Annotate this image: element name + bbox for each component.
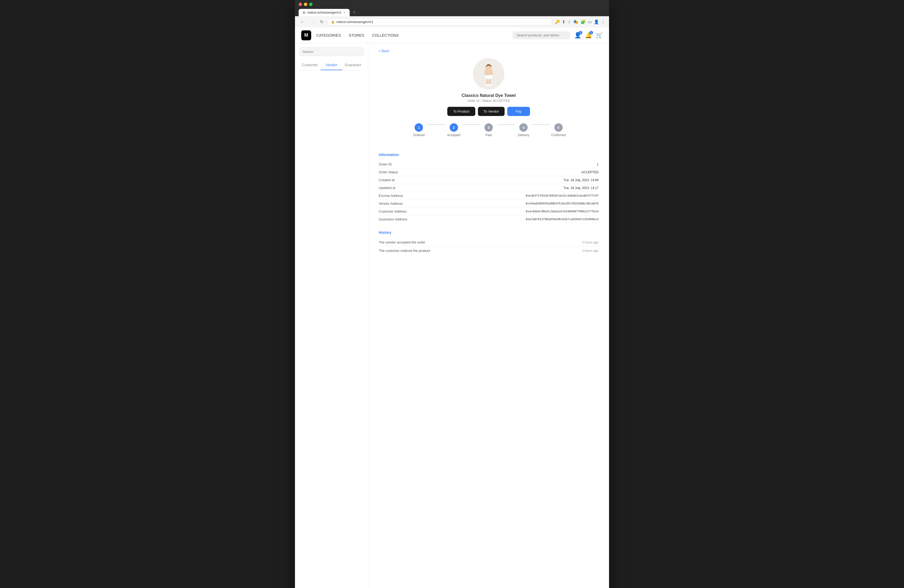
product-section: Classics Natural Dye Towel Order #1 / St… [379,58,599,146]
content-area: < Back [368,43,609,588]
step-label-5: Confirmed [551,133,566,137]
reload-button[interactable]: ↻ [319,18,325,25]
maximize-button[interactable] [309,3,313,6]
address-bar[interactable]: 🔒 melcor.io/messenger/v/1 [328,18,552,25]
step-paid: 3 Paid [480,123,498,137]
cart-icon[interactable]: 🛒 [596,32,603,39]
info-value-created-at: Tue, 18 July, 2023, 14:09 [564,178,599,182]
step-circle-4: 4 [519,123,528,132]
menu-icon[interactable]: ⋮ [601,19,605,24]
info-value-vendor: 0xfb4e0389935e0083f516e301f9553b8bc961a0… [526,202,599,205]
information-section-title: Information [379,153,599,157]
info-row-customer: Customer Address 0xac0db4c98a3c2ddaa16fe… [379,208,599,215]
product-image [473,58,504,90]
info-label-order-id: Order ID [379,162,392,166]
main-layout: Customer Vendor Guarantor Messenger read… [295,43,609,588]
nav-link-categories[interactable]: CATEGORIES [316,33,341,38]
action-buttons: To Product To Vendor Pay [447,107,530,116]
browser-toolbar: ← → ↻ 🔒 melcor.io/messenger/v/1 🔑 ⬆ ☆ 🎭 … [295,16,609,27]
svg-point-5 [488,84,492,86]
back-nav-button[interactable]: ← [299,19,306,25]
svg-rect-3 [489,79,491,85]
sidebar-tab-customer[interactable]: Customer [299,60,321,70]
nav-icons: 👤 2 🔔 1 🛒 [574,32,603,39]
info-row-escrow: Escrow Address 0xe36371f932bf6026fab15c4… [379,192,599,200]
new-tab-button[interactable]: + [351,9,358,16]
step-line-3 [497,124,515,125]
step-label-1: Ordered [413,133,425,137]
info-label-created-at: Created at [379,178,395,182]
share-icon[interactable]: ⬆ [562,19,565,24]
nav-link-stores[interactable]: STORES [349,33,364,38]
step-confirmed: 5 Confirmed [550,123,567,137]
step-delivery: 4 Delivery [515,123,533,137]
step-circle-5: 5 [554,123,563,132]
info-row-vendor: Vendor Address 0xfb4e0389935e0083f516e30… [379,200,599,208]
history-table: The vendor accepted the order 3 hours ag… [379,238,599,255]
forward-nav-button[interactable]: → [308,19,316,25]
app-nav: M CATEGORIES STORES COLLECTIONS 👤 2 🔔 1 … [295,27,609,43]
history-row-1: The vendor accepted the order 3 hours ag… [379,238,599,247]
info-row-order-id: Order ID 1 [379,160,599,168]
traffic-lights [299,3,313,6]
sidebar: Customer Vendor Guarantor Messenger read… [295,43,368,588]
sidebar-icon[interactable]: ▭ [588,19,592,24]
info-label-updated-at: Updated at [379,186,395,190]
history-time-1: 3 hours ago [582,240,599,244]
sidebar-tab-guarantor[interactable]: Guarantor [342,60,364,70]
notification-icon[interactable]: 🔔 1 [585,32,592,39]
sidebar-tab-vendor[interactable]: Vendor [321,60,342,70]
to-product-button[interactable]: To Product [447,107,475,116]
info-value-order-status: ACCEPTED [582,171,599,174]
history-time-2: 3 hours ago [582,249,599,253]
extension-icon[interactable]: 🎭 [573,19,578,24]
info-label-vendor: Vendor Address [379,202,403,205]
info-row-created-at: Created at Tue, 18 July, 2023, 14:09 [379,176,599,184]
sidebar-search-input[interactable] [299,47,364,56]
info-label-guarantor: Guarantor Address [379,217,407,221]
bookmark-icon[interactable]: ☆ [567,19,571,24]
tab-close-icon[interactable]: ✕ [343,11,346,14]
history-row-2: The customer ordered the product 3 hours… [379,247,599,255]
sidebar-tabs: Customer Vendor Guarantor [299,60,364,70]
puzzle-icon[interactable]: 🧩 [580,19,586,24]
tab-bar: M melcor.io/messenger/v/1 ✕ + [295,9,609,16]
info-value-customer: 0xac0db4c98a3c2ddaa16fe54b0487f86b227f7b… [526,210,599,213]
step-circle-2: 2 [450,123,458,132]
back-link[interactable]: < Back [379,49,389,53]
tab-favicon: M [303,11,305,14]
active-tab[interactable]: M melcor.io/messenger/v/1 ✕ [299,9,350,16]
info-value-order-id: 1 [597,163,599,166]
nav-search-input[interactable] [512,31,570,39]
user-icon[interactable]: 👤 2 [574,32,581,39]
info-row-order-status: Order Status ACCEPTED [379,168,599,176]
minimize-button[interactable] [304,3,307,6]
progress-steps: 1 Ordered 2 Accepted 3 Paid [410,123,567,137]
info-value-guarantor: 0xb7a0f613796e034e40c63bfcab56457a76404b… [526,218,599,221]
product-subtitle: Order #1 / Status: ACCEPTED [468,99,510,103]
key-icon[interactable]: 🔑 [555,19,560,24]
svg-rect-2 [487,79,488,85]
step-circle-3: 3 [484,123,493,132]
app-logo: M [301,30,311,40]
info-value-escrow: 0xe36371f932bf6026fab15c4d6b63cbed0f577f… [526,194,599,198]
step-accepted: 2 Accepted [445,123,463,137]
nav-link-collections[interactable]: COLLECTIONS [372,33,399,38]
to-vendor-button[interactable]: To Vendor [478,107,505,116]
close-button[interactable] [299,3,302,6]
info-value-updated-at: Tue, 18 July, 2023, 14:17 [564,186,599,190]
nav-links: CATEGORIES STORES COLLECTIONS [316,33,512,38]
pay-button[interactable]: Pay [507,107,530,116]
product-image-placeholder [473,58,504,90]
history-label-2: The customer ordered the product [379,249,430,253]
info-label-escrow: Escrow Address [379,194,403,198]
history-label-1: The vendor accepted the order [379,240,425,244]
step-line-1 [428,124,445,125]
step-label-2: Accepted [447,133,460,137]
step-ordered: 1 Ordered [410,123,428,137]
step-label-4: Delivery [518,133,529,137]
avatar-icon[interactable]: 👤 [594,19,599,24]
step-circle-1: 1 [414,123,423,132]
step-label-3: Paid [485,133,492,137]
product-title: Classics Natural Dye Towel [461,93,516,98]
